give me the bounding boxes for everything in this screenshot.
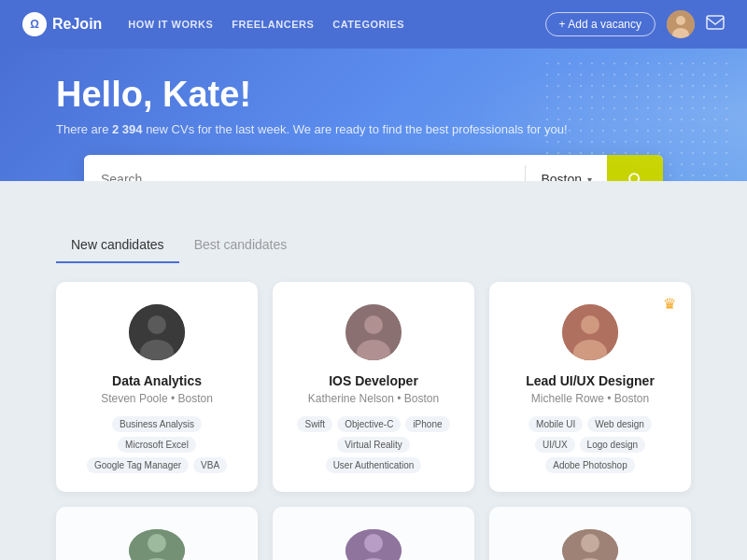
tab-new-label: New candidates [71,237,164,252]
tag: UI/UX [535,437,575,453]
candidate-tags-1: Business Analysis Microsoft Excel Google… [75,416,239,473]
candidate-avatar-5 [345,529,402,560]
tab-best-candidates[interactable]: Best candidates [179,228,303,261]
candidate-info-1: Steven Poole • Boston [101,392,213,405]
tag: User Authentication [326,457,422,473]
nav-categories[interactable]: CATEGORIES [332,19,404,30]
subtitle-prefix: There are [56,122,112,136]
nav-freelancers[interactable]: FREELANCERS [232,19,314,30]
tag: Business Analysis [112,416,202,432]
candidate-role-2: IOS Developer [329,373,418,388]
svg-point-11 [581,315,599,334]
brand-name: ReJoin [52,16,102,33]
search-icon [626,170,644,181]
candidate-card-1[interactable]: Data Analytics Steven Poole • Boston Bus… [56,282,258,492]
add-vacancy-label: + Add a vacancy [559,18,641,31]
candidate-card-4[interactable] [56,507,258,560]
search-input[interactable] [84,157,525,181]
tag: VBA [193,457,227,473]
hero-section: Hello, Kate! There are 2 394 new CVs for… [0,49,747,181]
candidate-avatar-6 [562,529,618,560]
tab-best-label: Best candidates [194,237,288,252]
user-avatar[interactable] [667,10,695,38]
tag: Logo design [580,437,646,453]
candidate-avatar-1 [129,304,185,360]
tag: Virtual Reality [337,437,410,453]
svg-rect-3 [707,16,724,29]
svg-point-17 [364,534,383,553]
nav-actions: + Add a vacancy [545,10,725,38]
tab-new-candidates[interactable]: New candidates [56,228,179,261]
svg-point-14 [148,534,166,553]
candidate-role-1: Data Analytics [112,373,202,388]
tag: Microsoft Excel [118,437,196,453]
add-vacancy-button[interactable]: + Add a vacancy [545,12,655,36]
brand[interactable]: Ω ReJoin [22,12,102,36]
hero-subtitle: There are 2 394 new CVs for the last wee… [56,122,691,136]
svg-point-5 [148,315,166,334]
subtitle-suffix: new CVs for the last week. We are ready … [143,122,568,136]
candidate-avatar-2 [345,304,402,360]
brand-icon: Ω [22,12,47,36]
chevron-down-icon: ▾ [587,175,592,182]
candidate-info-3: Michelle Rowe • Boston [531,392,649,405]
candidate-avatar-3 [562,304,618,360]
main-content: New candidates Best candidates Data Anal… [0,228,747,560]
nav-links: HOW IT WORKS FREELANCERS CATEGORIES [128,19,544,30]
svg-point-1 [676,16,685,25]
tag: Objective-C [337,416,401,432]
navbar: Ω ReJoin HOW IT WORKS FREELANCERS CATEGO… [0,0,747,49]
svg-point-8 [364,315,383,334]
search-button[interactable] [607,155,663,181]
hero-greeting: Hello, Kate! [56,75,691,115]
mail-icon[interactable] [706,15,725,34]
svg-point-20 [581,534,599,553]
candidate-card-3[interactable]: ♛ Lead UI/UX Designer Michelle Rowe • Bo… [489,282,691,492]
candidate-card-5[interactable] [273,507,474,560]
candidate-tags-2: Swift Objective-C iPhone Virtual Reality… [291,416,456,473]
location-select[interactable]: Boston ▾ [526,172,607,181]
crown-icon: ♛ [663,295,676,313]
tabs: New candidates Best candidates [56,228,691,263]
location-value: Boston [541,172,582,181]
candidates-grid: Data Analytics Steven Poole • Boston Bus… [56,282,691,560]
search-bar: Boston ▾ [84,155,663,181]
tag: Google Tag Manager [87,457,189,473]
candidate-role-3: Lead UI/UX Designer [526,373,655,388]
nav-how-it-works[interactable]: HOW IT WORKS [128,19,213,30]
tag: Adobe Photoshop [545,457,635,473]
tag: Web design [587,416,652,432]
subtitle-count: 2 394 [112,122,143,136]
candidate-tags-3: Mobile UI Web design UI/UX Logo design A… [508,416,672,473]
tag: Swift [297,416,332,432]
candidate-card-2[interactable]: IOS Developer Katherine Nelson • Boston … [273,282,474,492]
candidate-card-6[interactable] [489,507,691,560]
candidate-avatar-4 [129,529,185,560]
tag: iPhone [405,416,449,432]
tag: Mobile UI [529,416,583,432]
candidate-info-2: Katherine Nelson • Boston [308,392,439,405]
